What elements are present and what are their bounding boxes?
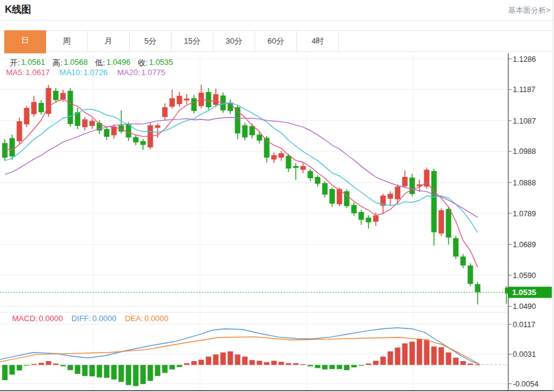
macd-bar <box>453 357 459 365</box>
macd-bar <box>221 353 226 365</box>
macd-bar <box>24 365 30 365</box>
candle-body <box>293 166 299 168</box>
macd-bar <box>366 364 372 365</box>
macd-bar <box>373 360 379 365</box>
candle-body <box>461 256 466 265</box>
axis-tick-label: 1.0689 <box>513 241 536 249</box>
macd-readout: MACD:0.0000DIFF:0.0000DEA:0.0000 <box>12 314 169 323</box>
macd-bar <box>228 351 233 365</box>
current-price-badge-text: 1.0535 <box>512 288 536 297</box>
readout-value: 1.0617 <box>25 68 50 77</box>
candle-body <box>213 95 219 105</box>
macd-bar <box>53 364 59 365</box>
candle-body <box>395 187 401 199</box>
kline-widget: K线图 基本面分析> 日周月5分15分30分60分4时 1.12861.1187… <box>0 0 554 392</box>
candle-body <box>446 209 452 238</box>
candle-body <box>505 288 508 294</box>
current-price-badge: 1.0535 <box>509 287 552 298</box>
candle-body <box>61 93 66 99</box>
readout-pair: DIFF:0.0000 <box>72 314 116 323</box>
macd-bar <box>199 360 204 365</box>
candle-body <box>17 121 22 141</box>
readout-pair: 收:1.0535 <box>138 58 173 68</box>
macd-bar <box>126 365 132 385</box>
axis-tick-label: -0.0054 <box>513 380 538 388</box>
candle-body <box>352 205 357 213</box>
macd-bar <box>119 365 124 382</box>
candle-body <box>359 212 364 220</box>
candle-body <box>162 107 168 117</box>
macd-bar <box>155 365 161 376</box>
candle-body <box>206 92 212 107</box>
readout-value: 0.0000 <box>144 314 169 323</box>
macd-bar <box>250 360 255 365</box>
candle-body <box>53 91 59 100</box>
macd-bar <box>82 365 88 376</box>
candle-body <box>272 155 277 159</box>
axis-tick-label: 1.1087 <box>513 117 536 125</box>
candle-body <box>286 156 292 168</box>
candle-body <box>24 108 30 124</box>
readout-value: 1.0496 <box>106 58 130 68</box>
macd-bar <box>301 364 306 365</box>
candle-body <box>301 166 306 170</box>
candle-body <box>388 194 393 199</box>
macd-bar <box>344 365 350 370</box>
macd-bar <box>432 347 437 365</box>
readout-pair: 低:1.0496 <box>95 58 130 68</box>
candle-body <box>410 178 415 194</box>
candlestick-series <box>2 85 509 304</box>
macd-bar <box>264 362 270 365</box>
candle-body <box>366 218 372 222</box>
macd-bar <box>39 363 44 365</box>
ma-readout: MA5:1.0617MA10:1.0726MA20:1.0775 <box>6 68 165 77</box>
candle-body <box>322 183 328 194</box>
macd-bar <box>75 365 81 374</box>
candle-body <box>453 238 459 256</box>
price-axis: 1.12861.11871.10871.09881.08881.07891.06… <box>509 55 539 388</box>
axis-tick-label: 1.0490 <box>513 302 536 311</box>
readout-pair: MACD:0.0000 <box>12 314 63 323</box>
candle-body <box>141 141 146 145</box>
macd-bar <box>308 365 313 366</box>
axis-tick-label: 0.0117 <box>513 321 535 329</box>
readout-value: 0.0000 <box>92 314 116 323</box>
macd-bar <box>352 365 357 367</box>
macd-bar <box>446 353 452 365</box>
candle-body <box>82 119 88 127</box>
readout-label: 高: <box>52 58 62 68</box>
macd-bar <box>133 365 139 386</box>
macd-bar <box>68 365 73 370</box>
readout-label: MA20: <box>117 68 140 77</box>
macd-bar <box>104 365 110 377</box>
readout-label: MA5: <box>6 68 24 77</box>
axis-tick-label: 1.0789 <box>513 210 536 218</box>
candle-body <box>257 135 262 141</box>
candle-body <box>228 102 233 111</box>
macd-histogram <box>2 339 481 386</box>
tab-day[interactable]: 日 <box>4 30 46 53</box>
candle-body <box>475 284 481 292</box>
ohlc-readout: 开:1.0561高:1.0568低:1.0496收:1.0535 <box>10 58 173 68</box>
macd-bar <box>242 357 248 365</box>
readout-label: MA10: <box>59 68 82 77</box>
macd-bar <box>388 351 393 365</box>
macd-bar <box>286 363 292 365</box>
macd-bar <box>417 339 422 365</box>
macd-bar <box>170 365 175 369</box>
readout-value: 1.0535 <box>149 58 173 68</box>
readout-label: 收: <box>138 58 148 68</box>
candle-body <box>90 121 95 126</box>
macd-bar <box>213 354 219 365</box>
macd-bar <box>381 357 386 365</box>
macd-bar <box>359 365 364 365</box>
readout-value: 1.0561 <box>21 58 45 68</box>
macd-bar <box>46 361 52 365</box>
macd-bar <box>461 361 466 365</box>
macd-bar <box>141 365 146 384</box>
candle-body <box>279 153 284 158</box>
axis-tick-label: 1.1187 <box>513 85 535 94</box>
macd-bar <box>315 365 321 368</box>
macd-bar <box>337 365 342 369</box>
axis-tick-label: 1.0888 <box>513 179 536 187</box>
